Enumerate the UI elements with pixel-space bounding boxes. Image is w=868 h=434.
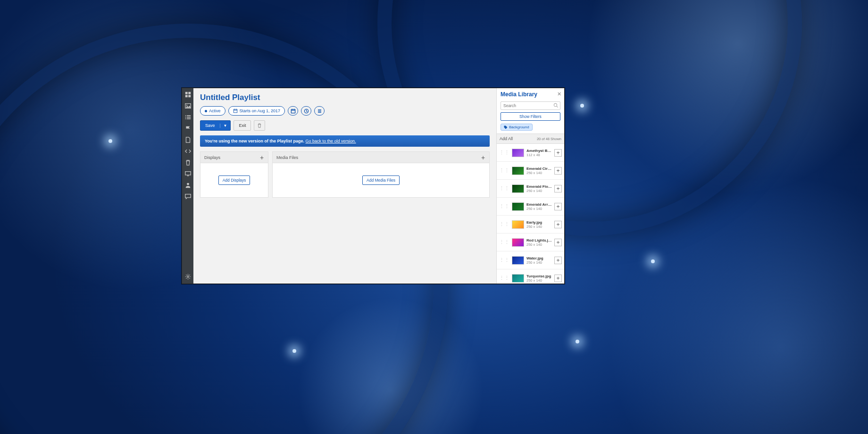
svg-rect-7 xyxy=(187,115,191,116)
main-content: Untitled Playlist Active Starts on Aug 1… xyxy=(193,88,496,284)
drag-handle-icon[interactable]: ⋮⋮ xyxy=(499,239,509,245)
drag-handle-icon[interactable]: ⋮⋮ xyxy=(499,257,509,263)
drag-handle-icon[interactable]: ⋮⋮ xyxy=(499,185,509,192)
status-pill-row: Active Starts on Aug 1, 2017 xyxy=(200,106,490,116)
nav-list-icon[interactable] xyxy=(184,114,191,120)
svg-rect-2 xyxy=(185,95,187,97)
drag-handle-icon[interactable]: ⋮⋮ xyxy=(499,221,509,227)
add-media-item-button[interactable]: + xyxy=(554,167,562,175)
add-media-item-button[interactable]: + xyxy=(554,203,562,210)
save-label: Save xyxy=(200,123,220,128)
add-media-item-button[interactable]: + xyxy=(554,239,562,246)
media-thumbnail xyxy=(512,202,524,211)
svg-rect-10 xyxy=(185,118,186,119)
schedule-pill[interactable]: Starts on Aug 1, 2017 xyxy=(228,106,285,116)
add-media-item-button[interactable]: + xyxy=(554,275,562,282)
media-meta: Emerald Arrows.jpg250 x 140 xyxy=(526,202,552,211)
nav-flag-icon[interactable] xyxy=(184,125,191,132)
nav-settings-icon[interactable] xyxy=(184,273,191,280)
nav-display-icon[interactable] xyxy=(184,170,191,177)
library-item[interactable]: ⋮⋮Amethyst Bokeh.jpg112 x 48+ xyxy=(497,144,564,162)
save-dropdown-caret[interactable]: ▼ xyxy=(220,124,231,128)
drag-handle-icon[interactable]: ⋮⋮ xyxy=(499,167,509,174)
media-library-panel: Media Library ✕ Show Filters Background … xyxy=(496,88,564,284)
drag-handle-icon[interactable]: ⋮⋮ xyxy=(499,275,509,281)
add-display-icon[interactable]: + xyxy=(259,154,265,161)
add-media-item-button[interactable]: + xyxy=(554,149,562,157)
svg-rect-17 xyxy=(291,109,295,113)
clock-button[interactable] xyxy=(301,106,311,116)
filter-tag-background[interactable]: Background xyxy=(501,124,533,131)
active-dot-icon xyxy=(205,110,207,112)
media-thumbnail xyxy=(512,220,524,229)
add-displays-button[interactable]: Add Displays xyxy=(218,175,250,185)
app-window: Untitled Playlist Active Starts on Aug 1… xyxy=(182,88,565,284)
search-icon xyxy=(553,103,559,109)
glow-dot xyxy=(576,340,579,343)
add-media-button[interactable]: Add Media Files xyxy=(362,175,400,185)
notice-link[interactable]: Go back to the old version. xyxy=(306,139,356,143)
nav-code-icon[interactable] xyxy=(184,148,191,154)
active-status-pill[interactable]: Active xyxy=(200,106,225,116)
nav-images-icon[interactable] xyxy=(184,102,191,109)
media-filename: Turquoise.jpg xyxy=(526,274,552,278)
version-notice: You're using the new version of the Play… xyxy=(200,135,490,147)
notice-text: You're using the new version of the Play… xyxy=(205,139,304,143)
list-view-button[interactable] xyxy=(314,106,325,116)
exit-button[interactable]: Exit xyxy=(234,120,251,131)
add-media-item-button[interactable]: + xyxy=(554,221,562,228)
add-media-icon[interactable]: + xyxy=(480,154,486,161)
media-meta: Emerald Circles.jpg250 x 140 xyxy=(526,167,552,175)
media-filename: Water.jpg xyxy=(526,256,552,260)
library-list: ⋮⋮Amethyst Bokeh.jpg112 x 48+⋮⋮Emerald C… xyxy=(497,144,564,284)
svg-point-19 xyxy=(554,103,557,106)
drag-handle-icon[interactable]: ⋮⋮ xyxy=(499,203,509,209)
trash-icon xyxy=(257,123,262,128)
nav-trash-icon[interactable] xyxy=(184,159,191,166)
nav-file-icon[interactable] xyxy=(184,136,191,143)
close-library-icon[interactable]: ✕ xyxy=(557,91,561,97)
nav-dashboard-icon[interactable] xyxy=(184,91,191,98)
page-title: Untitled Playlist xyxy=(200,93,490,102)
media-dimensions: 250 x 140 xyxy=(526,189,552,193)
media-meta: Early.jpg250 x 140 xyxy=(526,220,552,229)
library-item[interactable]: ⋮⋮Red Lights.jpg250 x 140+ xyxy=(497,234,564,251)
displays-panel: Displays + Add Displays xyxy=(200,151,268,198)
library-item[interactable]: ⋮⋮Early.jpg250 x 140+ xyxy=(497,216,564,234)
nav-user-icon[interactable] xyxy=(184,182,191,188)
library-item[interactable]: ⋮⋮Water.jpg250 x 140+ xyxy=(497,251,564,269)
tag-icon xyxy=(504,125,508,129)
svg-point-15 xyxy=(187,275,189,277)
library-item[interactable]: ⋮⋮Turquoise.jpg250 x 140+ xyxy=(497,269,564,284)
glow-dot xyxy=(580,104,584,108)
svg-point-14 xyxy=(187,183,189,185)
media-thumbnail xyxy=(512,149,524,157)
svg-rect-12 xyxy=(185,171,190,175)
library-item[interactable]: ⋮⋮Emerald Arrows.jpg250 x 140+ xyxy=(497,198,564,216)
add-media-item-button[interactable]: + xyxy=(554,185,562,192)
glow-dot xyxy=(651,259,655,263)
displays-panel-header: Displays + xyxy=(200,152,268,163)
action-button-row: Save ▼ Exit xyxy=(200,120,490,131)
library-item[interactable]: ⋮⋮Emerald Circles.jpg250 x 140+ xyxy=(497,162,564,180)
show-filters-button[interactable]: Show Filters xyxy=(501,112,560,121)
svg-rect-11 xyxy=(187,118,191,119)
svg-rect-3 xyxy=(188,95,191,97)
svg-rect-13 xyxy=(187,175,188,176)
save-button[interactable]: Save ▼ xyxy=(200,120,231,131)
add-media-item-button[interactable]: + xyxy=(554,257,562,264)
nav-comment-icon[interactable] xyxy=(184,193,191,200)
svg-rect-16 xyxy=(234,109,237,113)
glow-dot xyxy=(108,139,112,143)
drag-handle-icon[interactable]: ⋮⋮ xyxy=(499,150,509,156)
delete-button[interactable] xyxy=(254,120,265,131)
library-item[interactable]: ⋮⋮Emerald Floating.jpg250 x 140+ xyxy=(497,180,564,198)
add-all-button[interactable]: Add All xyxy=(500,136,513,141)
media-dimensions: 250 x 140 xyxy=(526,278,552,283)
calendar-button[interactable] xyxy=(288,106,298,116)
media-thumbnail xyxy=(512,274,524,283)
search-input[interactable] xyxy=(501,101,560,110)
media-dimensions: 250 x 140 xyxy=(526,225,552,229)
media-thumbnail xyxy=(512,256,524,265)
schedule-label: Starts on Aug 1, 2017 xyxy=(240,108,281,113)
